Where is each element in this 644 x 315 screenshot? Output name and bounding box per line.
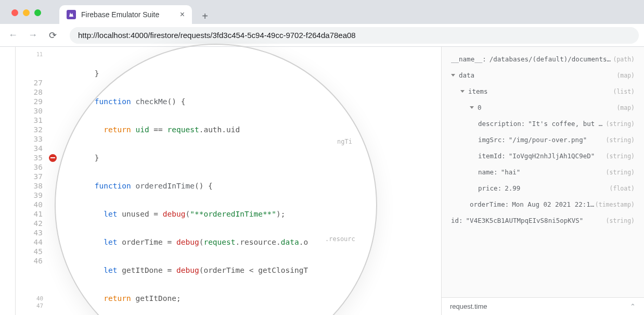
code-line: return uid == request.auth.uid (58, 125, 441, 134)
field-row: itemId: "IoVgqH2nhJljAh1QC9eD" (string) (451, 152, 635, 160)
rules-editor: 11 27 28 29 30 31 32 33 34 35 36 37 38 3… (16, 47, 441, 315)
caret-down-icon (470, 106, 474, 109)
chevron-up-icon: ⌃ (630, 303, 636, 310)
tab-close-icon[interactable]: × (180, 10, 185, 19)
field-row: imgSrc: "/img/pour-over.png" (string) (451, 136, 635, 144)
field-row[interactable]: items (list) (451, 87, 635, 95)
tab-title: Firebase Emulator Suite (81, 10, 175, 19)
code-line: let unused = debug("**orderedInTime**"); (58, 209, 441, 219)
code-line: } (58, 69, 441, 78)
firebase-favicon-icon (67, 10, 76, 19)
panel-footer-label: request.time (450, 303, 487, 310)
line-number-gutter: 11 27 28 29 30 31 32 33 34 35 36 37 38 3… (16, 47, 47, 315)
field-row: id: "V4E3K5cB1AUTMpqEIvS8ni5opKVS" (stri… (451, 217, 635, 224)
code-area[interactable]: } function checkMe() { return uid == req… (58, 47, 441, 315)
caret-down-icon (460, 90, 465, 93)
nav-back-button[interactable]: ← (5, 28, 21, 43)
request-data-tree[interactable]: __name__: /databases/(default)/documents… (442, 47, 644, 297)
gutter-bottom-numbers: 40 47 (36, 295, 43, 310)
error-gutter (47, 47, 58, 315)
traffic-lights (11, 9, 41, 16)
field-row[interactable]: data (map) (451, 71, 635, 79)
window-close-button[interactable] (11, 9, 18, 16)
window-zoom-button[interactable] (34, 9, 41, 16)
tab-strip: Firebase Emulator Suite × + (0, 0, 644, 24)
field-row: name: "hai" (string) (451, 168, 635, 176)
caret-down-icon (451, 74, 455, 77)
code-line: let getItDone = debug(orderTime < getClo… (58, 266, 441, 275)
window-minimize-button[interactable] (23, 9, 30, 16)
overflow-text: .resourc (325, 235, 355, 243)
address-bar[interactable]: http://localhost:4000/firestore/requests… (70, 27, 639, 44)
reload-button[interactable]: ⟳ (45, 28, 60, 43)
field-row: description: "It's coffee, but fanc… (st… (451, 120, 635, 128)
error-icon[interactable] (49, 154, 57, 162)
browser-tab[interactable]: Firebase Emulator Suite × (59, 5, 192, 24)
code-line: } (58, 153, 441, 162)
field-row: __name__: /databases/(default)/documents… (451, 55, 635, 63)
nav-forward-button[interactable]: → (25, 28, 41, 43)
code-line: return getItDone; (58, 294, 441, 303)
code-line: function checkMe() { (58, 97, 441, 106)
field-row[interactable]: 0 (map) (451, 104, 635, 111)
panel-section-toggle[interactable]: request.time ⌃ (442, 297, 644, 315)
app-content: 11 27 28 29 30 31 32 33 34 35 36 37 38 3… (0, 47, 644, 315)
browser-window: Firebase Emulator Suite × + ← → ⟳ http:/… (0, 0, 644, 315)
url-text: http://localhost:4000/firestore/requests… (78, 31, 356, 40)
field-row: price: 2.99 (float) (451, 184, 635, 192)
request-details-panel: __name__: /databases/(default)/documents… (441, 47, 644, 315)
code-line: function orderedInTime() { (58, 181, 441, 191)
browser-toolbar: ← → ⟳ http://localhost:4000/firestore/re… (0, 24, 644, 47)
new-tab-button[interactable]: + (197, 8, 213, 24)
code-line: let orderTime = debug(request.resource.d… (58, 237, 441, 247)
field-row: orderTime: Mon Aug 02 2021 22:14:46 GM… … (451, 200, 635, 208)
overflow-text: ngTi (337, 138, 352, 145)
outer-gutter (0, 47, 16, 315)
